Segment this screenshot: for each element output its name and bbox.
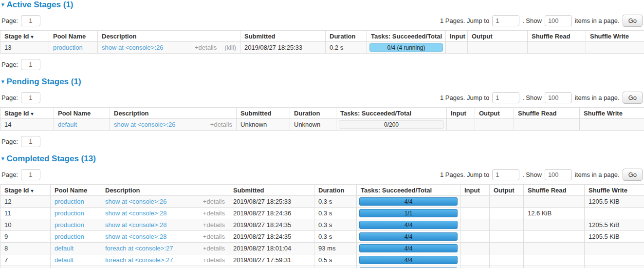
column-header-shuffle-read[interactable]: Shuffle Read <box>514 108 580 119</box>
page-input[interactable] <box>21 15 40 26</box>
stage-id-cell: 6 <box>0 266 51 268</box>
pool-name-link[interactable]: default <box>58 121 77 128</box>
column-header-duration[interactable]: Duration <box>326 31 367 42</box>
column-header-shuffle-write[interactable]: Shuffle Write <box>586 31 644 42</box>
page-input[interactable] <box>21 59 40 70</box>
stages-section-completed: ▾Completed Stages (13)Page:1 Pages. Jump… <box>0 154 644 268</box>
details-link[interactable]: +details <box>210 121 232 128</box>
pool-name-link[interactable]: production <box>53 44 83 51</box>
go-button[interactable]: Go <box>623 92 643 104</box>
section-title-completed[interactable]: ▾Completed Stages (13) <box>1 154 644 163</box>
column-header-shuffle-read[interactable]: Shuffle Read <box>524 185 585 196</box>
jump-to-input[interactable] <box>492 15 519 26</box>
column-header-label: Submitted <box>244 33 276 40</box>
pool-name-link[interactable]: default <box>55 256 74 264</box>
duration-cell: 0.3 s <box>314 219 357 231</box>
description-link[interactable]: foreach at <console>:27 <box>105 256 173 264</box>
column-header-input[interactable]: Input <box>447 108 475 119</box>
duration-cell: 0.3 s <box>314 231 357 243</box>
pool-name-link[interactable]: default <box>55 245 74 252</box>
pool-name-cell: default <box>54 119 110 131</box>
pagination-left: Page: <box>1 59 40 70</box>
pool-name-link[interactable]: production <box>55 221 84 229</box>
submitted-cell: 2019/08/27 18:25:33 <box>240 42 326 54</box>
description-link[interactable]: show at <console>:28 <box>105 233 166 240</box>
items-per-page-label: items in a page. <box>575 171 620 178</box>
details-link[interactable]: +details <box>203 198 225 205</box>
column-header-stage-id[interactable]: Stage Id▾ <box>0 31 49 42</box>
details-link[interactable]: +details <box>203 233 225 240</box>
column-header-input[interactable]: Input <box>446 31 468 42</box>
column-header-duration[interactable]: Duration <box>314 185 357 196</box>
column-header-label: Duration <box>294 110 320 117</box>
column-header-pool-name[interactable]: Pool Name <box>49 31 98 42</box>
description-actions: +details <box>203 233 225 240</box>
submitted-cell: 2019/08/27 18:24:35 <box>229 219 314 231</box>
column-header-description[interactable]: Description <box>110 108 237 119</box>
table-row: 10productionshow at <console>:28+details… <box>0 219 644 231</box>
column-header-tasks-succeeded-total[interactable]: Tasks: Succeeded/Total <box>357 185 460 196</box>
details-link[interactable]: +details <box>203 221 225 229</box>
column-header-tasks-succeeded-total[interactable]: Tasks: Succeeded/Total <box>367 31 446 42</box>
show-count-input[interactable] <box>545 92 572 103</box>
jump-to-input[interactable] <box>492 92 519 103</box>
details-link[interactable]: +details <box>195 44 217 51</box>
column-header-label: Pool Name <box>55 187 87 194</box>
pagination-bottom: Page: <box>1 135 643 148</box>
details-link[interactable]: +details <box>203 245 225 252</box>
column-header-output[interactable]: Output <box>490 185 524 196</box>
output-cell <box>490 219 524 231</box>
header-row: Stage Id▾Pool NameDescriptionSubmittedDu… <box>0 108 644 119</box>
page-input[interactable] <box>21 136 40 147</box>
table-row: 8defaultforeach at <console>:27+details2… <box>0 243 644 254</box>
page-input[interactable] <box>21 92 40 103</box>
column-header-shuffle-read[interactable]: Shuffle Read <box>528 31 586 42</box>
pool-name-link[interactable]: production <box>55 198 84 205</box>
go-button[interactable]: Go <box>623 15 643 27</box>
column-header-submitted[interactable]: Submitted <box>240 31 326 42</box>
column-header-label: Tasks: Succeeded/Total <box>371 33 442 40</box>
description-link[interactable]: show at <console>:26 <box>114 121 175 128</box>
description-link[interactable]: show at <console>:26 <box>102 44 163 51</box>
input-cell <box>460 208 490 219</box>
column-header-tasks-succeeded-total[interactable]: Tasks: Succeeded/Total <box>336 108 447 119</box>
column-header-submitted[interactable]: Submitted <box>229 185 314 196</box>
column-header-output[interactable]: Output <box>475 108 514 119</box>
column-header-label: Tasks: Succeeded/Total <box>340 110 411 117</box>
pool-name-link[interactable]: production <box>55 210 84 217</box>
pool-name-link[interactable]: production <box>55 233 84 240</box>
description-link[interactable]: show at <console>:28 <box>105 210 166 217</box>
kill-link[interactable]: (kill) <box>224 44 236 51</box>
description-link[interactable]: show at <console>:26 <box>105 198 166 205</box>
column-header-pool-name[interactable]: Pool Name <box>54 108 110 119</box>
column-header-output[interactable]: Output <box>468 31 528 42</box>
output-cell <box>490 231 524 243</box>
go-button[interactable]: Go <box>623 169 643 181</box>
show-count-input[interactable] <box>545 169 572 180</box>
tasks-cell: 4/4 <box>357 231 460 243</box>
column-header-submitted[interactable]: Submitted <box>237 108 290 119</box>
task-progress-bar: 4/4 <box>359 244 458 252</box>
jump-to-input[interactable] <box>492 169 519 180</box>
description-link[interactable]: foreach at <console>:27 <box>105 245 173 252</box>
details-link[interactable]: +details <box>203 256 225 264</box>
column-header-duration[interactable]: Duration <box>290 108 336 119</box>
column-header-input[interactable]: Input <box>460 185 490 196</box>
column-header-stage-id[interactable]: Stage Id▾ <box>0 185 51 196</box>
submitted-cell: 2019/08/27 18:25:33 <box>229 196 314 208</box>
description-link[interactable]: show at <console>:28 <box>105 221 166 229</box>
submitted-cell: 2019/08/27 18:01:04 <box>229 243 314 254</box>
column-header-shuffle-write[interactable]: Shuffle Write <box>580 108 644 119</box>
details-link[interactable]: +details <box>203 210 225 217</box>
column-header-pool-name[interactable]: Pool Name <box>51 185 101 196</box>
section-title-pending[interactable]: ▾Pending Stages (1) <box>1 77 644 86</box>
description-actions: +details <box>203 245 225 252</box>
column-header-description[interactable]: Description <box>101 185 229 196</box>
page-input[interactable] <box>21 169 40 180</box>
output-cell <box>490 266 524 268</box>
show-count-input[interactable] <box>545 15 572 26</box>
column-header-shuffle-write[interactable]: Shuffle Write <box>585 185 644 196</box>
column-header-stage-id[interactable]: Stage Id▾ <box>0 108 54 119</box>
column-header-description[interactable]: Description <box>98 31 240 42</box>
section-title-active[interactable]: ▾Active Stages (1) <box>1 0 644 9</box>
